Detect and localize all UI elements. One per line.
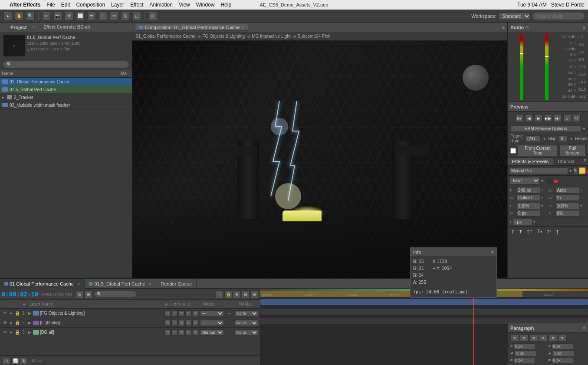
frame-rate-dropdown[interactable]: ▾ — [543, 136, 545, 141]
layer-3-eye[interactable]: 👁 — [2, 330, 9, 335]
ram-dropdown-btn[interactable]: ▾ — [583, 126, 585, 132]
timeline-playhead[interactable] — [473, 297, 474, 365]
toolbar-camera-tool[interactable]: 📷 — [53, 12, 62, 20]
para-align-left[interactable]: ≡ — [510, 335, 519, 342]
para-menu-btn[interactable]: ≡ — [583, 326, 585, 331]
para-align-right[interactable]: ≡ — [529, 335, 538, 342]
toolbar-eraser-tool[interactable]: ◻ — [132, 12, 141, 20]
comp-tab-close[interactable]: × — [241, 25, 244, 30]
prev-audio[interactable]: ♪ — [563, 114, 571, 122]
layer-3-solo[interactable]: ● — [10, 330, 14, 335]
view-menu[interactable]: View — [179, 2, 190, 8]
window-menu[interactable]: Window — [196, 2, 215, 8]
para-indent-right-input[interactable] — [552, 343, 573, 349]
font-input[interactable] — [509, 168, 568, 174]
breadcrumb-1[interactable]: FG Objects & Lighting — [202, 34, 245, 39]
toolbar-mask-tool[interactable]: ⬜ — [76, 12, 85, 20]
timeline-search[interactable] — [94, 291, 137, 297]
toolbar-pan-tool[interactable]: ✥ — [65, 12, 73, 20]
breadcrumb-0[interactable]: 01_Global Performance Cache — [136, 34, 195, 39]
prev-last-frame[interactable]: ⏭ — [554, 114, 562, 122]
comp-tab[interactable]: Composition: 01_Global Performance Cache… — [135, 24, 248, 31]
app-name-menu[interactable]: After Effects — [10, 2, 40, 8]
toolbar-text-tool[interactable]: T — [99, 12, 107, 20]
para-indent-last-input[interactable] — [552, 357, 573, 363]
kerning-input[interactable] — [516, 194, 540, 201]
format-italic[interactable]: T — [509, 228, 516, 235]
layer-2-solo[interactable]: ● — [10, 320, 14, 325]
style-dropdown-btn[interactable]: ▾ — [541, 178, 544, 184]
para-align-justify-last[interactable]: ≡ — [549, 335, 557, 342]
prev-loop[interactable]: ↺ — [573, 114, 581, 122]
layer-3-expand[interactable]: ▶ — [28, 330, 32, 335]
project-item-3[interactable]: 03_Variable width mask feather — [0, 101, 132, 109]
tracking-input[interactable] — [555, 194, 579, 201]
kerning-dropdown[interactable]: ▾ — [541, 196, 543, 200]
ram-preview-btn[interactable]: RAM Preview Options — [510, 125, 581, 132]
tl-switches-btn[interactable]: ⊕ — [233, 290, 241, 298]
font-size-input[interactable] — [516, 187, 540, 194]
toolbar-brush-tool[interactable]: ✏ — [110, 12, 118, 20]
timeline-tab-close-0[interactable]: × — [77, 279, 80, 289]
layer-2-lock[interactable]: 🔒 — [15, 320, 19, 325]
file-menu[interactable]: File — [46, 2, 55, 8]
para-indent-left-input[interactable] — [513, 343, 535, 349]
prev-first-frame[interactable]: ⏮ — [516, 114, 523, 122]
ls-3-e[interactable]: ⊕ — [192, 329, 198, 335]
info-menu-btn[interactable]: ≡ — [491, 250, 494, 255]
timeline-tab-1[interactable]: 01.5_Global Perf Cache × — [85, 279, 156, 289]
baseline-input[interactable] — [516, 210, 540, 217]
layer-2-expand[interactable]: ▶ — [28, 320, 32, 325]
project-item-1[interactable]: 01.5_Global Perf Cache — [0, 85, 132, 93]
para-align-center[interactable]: ≡ — [520, 335, 529, 342]
skip-dropdown[interactable]: ▾ — [570, 136, 572, 141]
ls-1-b[interactable]: ☆ — [171, 310, 177, 316]
layer-1-trkmat[interactable]: None — [234, 310, 258, 316]
tl-lock-btn[interactable]: 🔒 — [224, 290, 232, 298]
ls-1-c[interactable]: ✿ — [178, 310, 184, 316]
tl-btn-render[interactable]: ⊞ — [85, 290, 92, 298]
layer-1-eye[interactable]: 👁 — [2, 311, 9, 316]
comp-menu-btn[interactable]: ≡ — [502, 25, 505, 30]
skip-input[interactable] — [559, 135, 568, 142]
toolbar-hand-tool[interactable]: ✋ — [15, 12, 23, 20]
toolbar-zoom-tool[interactable]: 🔍 — [26, 12, 35, 20]
tl-add-layer[interactable]: ⊕ — [20, 357, 28, 364]
timeline-tab-render[interactable]: Render Queue — [156, 279, 197, 289]
preview-menu-btn[interactable]: ≡ — [583, 104, 585, 109]
hscale-dropdown[interactable]: ▾ — [541, 204, 543, 208]
composition-menu[interactable]: Composition — [76, 2, 105, 8]
ls-2-a[interactable]: ⊟ — [164, 320, 171, 326]
effect-menu[interactable]: Effect — [130, 2, 143, 8]
para-align-justify[interactable]: ≡ — [539, 335, 548, 342]
ls-2-e[interactable]: ⊕ — [192, 320, 198, 326]
tl-solo-btn[interactable]: ☆ — [216, 290, 223, 298]
format-caps[interactable]: TT — [525, 228, 534, 235]
rotation-input[interactable] — [555, 210, 579, 217]
ls-1-e[interactable]: ⊕ — [192, 310, 198, 316]
layer-2-mode[interactable]: — — [200, 320, 224, 326]
workspace-select[interactable]: Standard — [498, 12, 531, 20]
tl-graph-editor[interactable]: 📈 — [11, 357, 19, 364]
ls-1-fx[interactable]: fx — [185, 310, 191, 316]
timeline-tab-close-1[interactable]: × — [149, 279, 151, 289]
breadcrumb-3[interactable]: Subcomp04 Pink — [298, 34, 331, 39]
frame-rate-input[interactable] — [526, 135, 541, 142]
tl-modes-btn[interactable]: ⊟ — [242, 290, 250, 298]
font-style-select[interactable]: Bold — [509, 177, 540, 184]
breadcrumb-2[interactable]: MG Interactive Light — [252, 34, 290, 39]
ls-2-b[interactable]: ☆ — [171, 320, 177, 326]
para-space-before-input[interactable] — [515, 350, 536, 356]
para-align-justify-all[interactable]: ≡ — [558, 335, 567, 342]
ls-3-a[interactable]: ⊟ — [164, 329, 171, 335]
tl-btn-comp[interactable]: ⊟ — [76, 290, 84, 298]
vscale-input[interactable] — [555, 203, 579, 209]
prev-back-frame[interactable]: ◀ — [525, 114, 533, 122]
track-bar-1[interactable] — [260, 299, 588, 305]
prev-fwd-frame[interactable]: ▶▶ — [544, 114, 552, 122]
help-menu[interactable]: Help — [220, 2, 231, 8]
ls-1-a[interactable]: ⊟ — [164, 310, 171, 316]
project-item-2[interactable]: ▶ 2_Tracker — [0, 93, 132, 101]
effects-menu-btn[interactable]: ≡ — [582, 158, 588, 165]
format-bold[interactable]: T — [517, 228, 524, 235]
